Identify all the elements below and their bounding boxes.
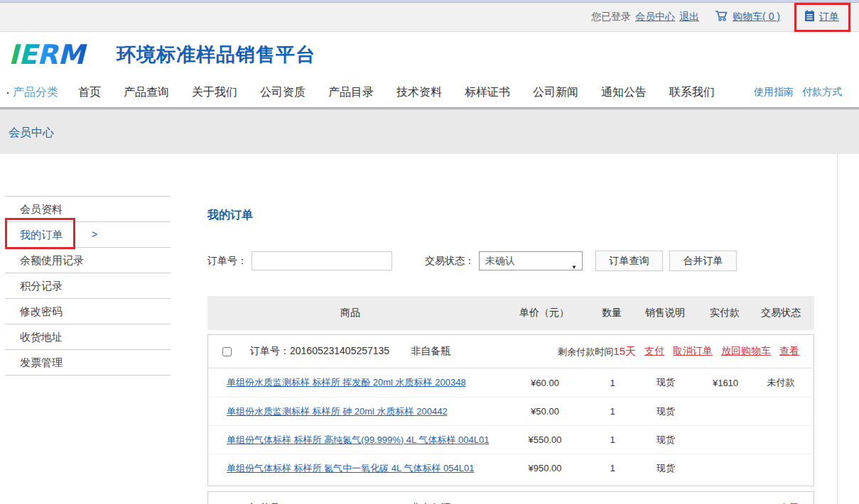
remaining-pay-time: 剩余付款时间15天 xyxy=(558,345,636,358)
sidebar-item-2[interactable]: 余额使用记录 xyxy=(5,248,171,273)
sale-status-cell: 现货 xyxy=(629,405,703,418)
order-action-1[interactable]: 取消订单 xyxy=(673,345,713,358)
sidebar-item-label: 会员资料 xyxy=(20,203,63,215)
sidebar-item-label: 发票管理 xyxy=(20,356,63,368)
paid-cell: ¥1610 xyxy=(703,378,748,388)
column-header-3: 销售说明 xyxy=(628,307,702,319)
nav-item-2[interactable]: 关于我们 xyxy=(192,85,237,100)
column-header-5: 交易状态 xyxy=(747,307,814,319)
product-link[interactable]: 单组份气体标样 标样所 高纯氮气(99.999%) 4L 气体标样 004L01 xyxy=(227,434,489,445)
product-cell: 单组份气体标样 标样所 高纯氮气(99.999%) 4L 气体标样 004L01 xyxy=(208,434,494,447)
order-actions: 剩余付款时间15天支付取消订单放回购物车查看 xyxy=(558,345,799,358)
product-link[interactable]: 单组份水质监测标样 标样所 砷 20ml 水质标样 200442 xyxy=(227,406,448,417)
nav-right-links: 使用指南付款方式 xyxy=(754,86,842,99)
product-link[interactable]: 单组份水质监测标样 标样所 挥发酚 20ml 水质标样 200348 xyxy=(227,377,466,388)
sale-status-cell: 现货 xyxy=(629,434,703,447)
shopping-cart-icon xyxy=(715,10,728,25)
nav-items: 首页产品查询关于我们公司资质产品目录技术资料标样证书公司新闻通知公告联系我们 xyxy=(78,85,715,100)
status-selected-value: 未确认 xyxy=(485,255,515,266)
order-search-button[interactable]: 订单查询 xyxy=(595,251,663,271)
price-cell: ¥60.00 xyxy=(494,378,596,388)
sidebar-item-label: 收货地址 xyxy=(20,331,63,343)
order-action-3[interactable]: 查看 xyxy=(779,345,799,358)
nav-item-4[interactable]: 产品目录 xyxy=(328,85,374,100)
product-category-menu[interactable]: · 产品分类 xyxy=(6,85,58,100)
cart-group[interactable]: 购物车( 0 ) xyxy=(715,10,780,25)
order-item-row: 单组份水质监测标样 标样所 砷 20ml 水质标样 200442¥50.001现… xyxy=(208,397,814,425)
column-header-0: 商品 xyxy=(207,307,493,319)
main-nav: · 产品分类 首页产品查询关于我们公司资质产品目录技术资料标样证书公司新闻通知公… xyxy=(0,77,859,107)
nav-item-6[interactable]: 标样证书 xyxy=(465,85,510,100)
nav-item-7[interactable]: 公司新闻 xyxy=(533,85,578,100)
status-select[interactable]: 未确认 ▼ xyxy=(479,251,583,270)
price-cell: ¥50.00 xyxy=(494,406,596,417)
nav-right-link-0[interactable]: 使用指南 xyxy=(754,86,794,99)
nav-item-1[interactable]: 产品查询 xyxy=(124,85,169,100)
nav-item-0[interactable]: 首页 xyxy=(78,85,101,100)
svg-text:IERM: IERM xyxy=(9,39,87,70)
sale-status-cell: 现货 xyxy=(629,462,703,475)
nav-item-3[interactable]: 公司资质 xyxy=(260,85,306,100)
login-status: 您已登录 xyxy=(591,11,631,23)
orders-link[interactable]: 订单 xyxy=(819,11,839,23)
order-no-input[interactable] xyxy=(252,251,392,270)
sidebar: 会员资料我的订单>余额使用记录积分记录修改密码收货地址发票管理 xyxy=(5,196,171,376)
sidebar-item-0[interactable]: 会员资料 xyxy=(5,197,171,222)
content: 会员资料我的订单>余额使用记录积分记录修改密码收货地址发票管理 我的订单 订单号… xyxy=(0,154,859,504)
product-cell: 单组份水质监测标样 标样所 挥发酚 20ml 水质标样 200348 xyxy=(208,376,494,389)
order-header: 订单号：201605171217098691非自备瓶查看 xyxy=(208,492,814,504)
breadcrumb-band: 会员中心 xyxy=(0,110,859,154)
status-label: 交易状态： xyxy=(425,255,475,268)
order-checkbox[interactable] xyxy=(222,347,232,356)
order-filter: 订单号： 交易状态： 未确认 ▼ 订单查询 合并订单 xyxy=(207,251,814,271)
order-item-row: 单组份气体标样 标样所 高纯氮气(99.999%) 4L 气体标样 004L01… xyxy=(208,425,814,454)
column-header-4: 实付款 xyxy=(702,307,747,319)
nav-right-link-1[interactable]: 付款方式 xyxy=(802,86,842,99)
remaining-days: 15天 xyxy=(613,345,636,357)
orders-highlight-box[interactable]: 订单 xyxy=(794,3,850,32)
chevron-down-icon: ▼ xyxy=(571,258,577,276)
sidebar-expand-arrow: > xyxy=(92,222,97,247)
order-header: 订单号：201605231405257135非自备瓶剩余付款时间15天支付取消订… xyxy=(208,335,814,368)
page-title: 我的订单 xyxy=(207,208,814,223)
order-no-label: 订单号： xyxy=(207,255,247,268)
site-logo: IERM xyxy=(7,38,105,71)
sale-status-cell: 现货 xyxy=(629,376,703,389)
sidebar-item-label: 余额使用记录 xyxy=(20,254,84,266)
sidebar-item-1[interactable]: 我的订单> xyxy=(5,222,171,248)
qty-cell: 1 xyxy=(596,378,629,388)
price-cell: ¥950.00 xyxy=(494,463,596,473)
nav-item-5[interactable]: 技术资料 xyxy=(396,85,442,100)
orders-list: 订单号：201605231405257135非自备瓶剩余付款时间15天支付取消订… xyxy=(207,334,814,504)
sidebar-item-label: 积分记录 xyxy=(20,280,63,292)
page-right-border xyxy=(837,154,838,504)
column-header-2: 数量 xyxy=(595,307,628,319)
product-cell: 单组份气体标样 标样所 氮气中一氧化碳 4L 气体标样 054L01 xyxy=(208,462,494,475)
main-panel: 我的订单 订单号： 交易状态： 未确认 ▼ 订单查询 合并订单 商品单价（元）数… xyxy=(207,208,814,504)
product-cell: 单组份水质监测标样 标样所 砷 20ml 水质标样 200442 xyxy=(208,405,494,418)
sidebar-item-6[interactable]: 发票管理 xyxy=(5,350,171,376)
order-box-0: 订单号：201605231405257135非自备瓶剩余付款时间15天支付取消订… xyxy=(207,334,814,486)
nav-item-9[interactable]: 联系我们 xyxy=(669,85,715,100)
order-action-2[interactable]: 放回购物车 xyxy=(721,345,771,358)
cart-link[interactable]: 购物车( 0 ) xyxy=(733,11,780,23)
sidebar-item-5[interactable]: 收货地址 xyxy=(5,324,171,350)
member-center-link[interactable]: 会员中心 xyxy=(635,11,675,23)
nav-item-8[interactable]: 通知公告 xyxy=(601,85,647,100)
clipboard-icon xyxy=(804,10,815,25)
logout-link[interactable]: 退出 xyxy=(679,11,699,23)
qty-cell: 1 xyxy=(596,406,629,417)
bullet-icon: · xyxy=(6,86,10,99)
merge-orders-button[interactable]: 合并订单 xyxy=(669,251,737,271)
sidebar-item-4[interactable]: 修改密码 xyxy=(5,299,171,324)
column-header-1: 单价（元） xyxy=(493,307,595,319)
product-category-label: 产品分类 xyxy=(13,85,58,100)
site-title: 环境标准样品销售平台 xyxy=(117,42,315,67)
product-link[interactable]: 单组份气体标样 标样所 氮气中一氧化碳 4L 气体标样 054L01 xyxy=(227,463,474,473)
qty-cell: 1 xyxy=(596,463,629,473)
orders-table-header: 商品单价（元）数量销售说明实付款交易状态 xyxy=(207,296,814,330)
site-header: IERM 环境标准样品销售平台 xyxy=(0,32,859,77)
order-action-0[interactable]: 支付 xyxy=(644,345,664,358)
sidebar-item-3[interactable]: 积分记录 xyxy=(5,273,171,299)
order-number: 订单号：201605231405257135 xyxy=(250,345,389,358)
